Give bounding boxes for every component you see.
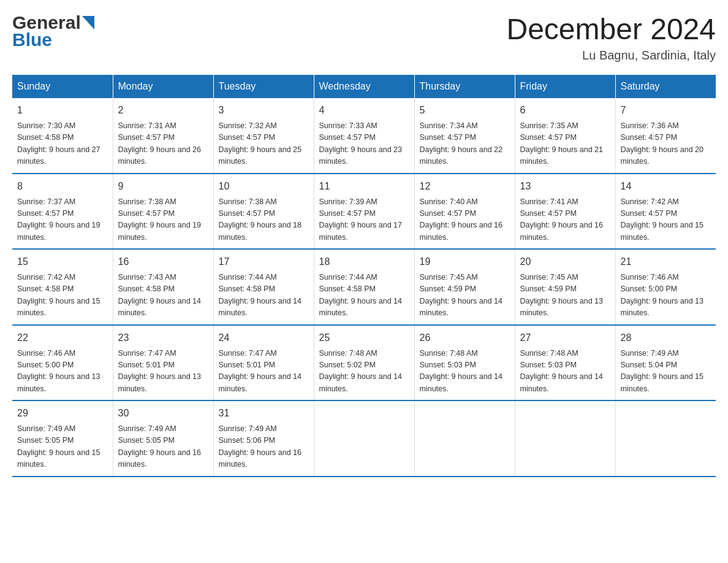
cell-info: Sunrise: 7:39 AMSunset: 4:57 PMDaylight:… (319, 196, 409, 244)
cell-info: Sunrise: 7:47 AMSunset: 5:01 PMDaylight:… (118, 348, 208, 396)
calendar-cell: 11Sunrise: 7:39 AMSunset: 4:57 PMDayligh… (314, 174, 414, 250)
calendar-cell: 16Sunrise: 7:43 AMSunset: 4:58 PMDayligh… (113, 249, 213, 325)
cell-info: Sunrise: 7:32 AMSunset: 4:57 PMDaylight:… (219, 120, 309, 168)
cell-info: Sunrise: 7:30 AMSunset: 4:58 PMDaylight:… (17, 120, 108, 168)
calendar-cell: 15Sunrise: 7:42 AMSunset: 4:58 PMDayligh… (12, 249, 113, 325)
calendar-cell: 14Sunrise: 7:42 AMSunset: 4:57 PMDayligh… (615, 174, 716, 250)
cell-info: Sunrise: 7:49 AMSunset: 5:05 PMDaylight:… (17, 423, 108, 471)
cell-info: Sunrise: 7:43 AMSunset: 4:58 PMDaylight:… (118, 272, 208, 320)
calendar-cell: 18Sunrise: 7:44 AMSunset: 4:58 PMDayligh… (314, 249, 414, 325)
day-header-saturday: Saturday (615, 75, 716, 98)
day-header-thursday: Thursday (414, 75, 515, 98)
title-section: December 2024 Lu Bagnu, Sardinia, Italy (506, 12, 716, 63)
page-header: General Blue December 2024 Lu Bagnu, Sar… (12, 12, 716, 63)
cell-info: Sunrise: 7:33 AMSunset: 4:57 PMDaylight:… (319, 120, 409, 168)
calendar-week-row: 1Sunrise: 7:30 AMSunset: 4:58 PMDaylight… (12, 98, 716, 174)
day-number: 24 (219, 331, 309, 345)
calendar-cell (615, 400, 716, 477)
day-number: 26 (420, 331, 510, 345)
calendar-cell: 2Sunrise: 7:31 AMSunset: 4:57 PMDaylight… (113, 98, 213, 174)
calendar-cell: 8Sunrise: 7:37 AMSunset: 4:57 PMDaylight… (12, 174, 113, 250)
cell-info: Sunrise: 7:41 AMSunset: 4:57 PMDaylight:… (520, 196, 610, 244)
day-number: 11 (319, 179, 409, 194)
day-number: 2 (118, 103, 208, 118)
day-number: 29 (17, 406, 108, 421)
day-number: 23 (118, 331, 208, 345)
calendar-cell: 10Sunrise: 7:38 AMSunset: 4:57 PMDayligh… (213, 174, 314, 250)
day-number: 28 (621, 331, 711, 345)
cell-info: Sunrise: 7:44 AMSunset: 4:58 PMDaylight:… (319, 272, 409, 320)
location: Lu Bagnu, Sardinia, Italy (506, 48, 716, 63)
calendar-cell (314, 400, 414, 477)
calendar-week-row: 8Sunrise: 7:37 AMSunset: 4:57 PMDaylight… (12, 174, 716, 250)
day-number: 18 (319, 255, 409, 269)
day-number: 19 (420, 255, 510, 269)
calendar-cell: 1Sunrise: 7:30 AMSunset: 4:58 PMDaylight… (12, 98, 113, 174)
svg-marker-0 (82, 16, 94, 29)
day-number: 15 (17, 255, 108, 269)
day-number: 12 (420, 179, 510, 194)
cell-info: Sunrise: 7:48 AMSunset: 5:03 PMDaylight:… (420, 348, 510, 396)
logo-triangle-icon (82, 16, 94, 29)
cell-info: Sunrise: 7:46 AMSunset: 5:00 PMDaylight:… (621, 272, 711, 320)
cell-info: Sunrise: 7:44 AMSunset: 4:58 PMDaylight:… (219, 272, 309, 320)
day-header-tuesday: Tuesday (213, 75, 314, 98)
calendar-header-row: SundayMondayTuesdayWednesdayThursdayFrid… (12, 75, 716, 98)
calendar-cell: 20Sunrise: 7:45 AMSunset: 4:59 PMDayligh… (515, 249, 615, 325)
calendar-cell: 21Sunrise: 7:46 AMSunset: 5:00 PMDayligh… (615, 249, 716, 325)
cell-info: Sunrise: 7:35 AMSunset: 4:57 PMDaylight:… (520, 120, 610, 168)
day-header-friday: Friday (515, 75, 615, 98)
day-number: 22 (17, 331, 108, 345)
calendar-cell (414, 400, 515, 477)
month-title: December 2024 (506, 12, 716, 46)
day-number: 5 (420, 103, 510, 118)
calendar-cell: 6Sunrise: 7:35 AMSunset: 4:57 PMDaylight… (515, 98, 615, 174)
cell-info: Sunrise: 7:47 AMSunset: 5:01 PMDaylight:… (219, 348, 309, 396)
day-number: 13 (520, 179, 610, 194)
day-number: 20 (520, 255, 610, 269)
cell-info: Sunrise: 7:38 AMSunset: 4:57 PMDaylight:… (219, 196, 309, 244)
day-number: 4 (319, 103, 409, 118)
cell-info: Sunrise: 7:48 AMSunset: 5:02 PMDaylight:… (319, 348, 409, 396)
day-number: 16 (118, 255, 208, 269)
calendar-cell: 13Sunrise: 7:41 AMSunset: 4:57 PMDayligh… (515, 174, 615, 250)
calendar-cell: 7Sunrise: 7:36 AMSunset: 4:57 PMDaylight… (615, 98, 716, 174)
calendar-cell: 9Sunrise: 7:38 AMSunset: 4:57 PMDaylight… (113, 174, 213, 250)
calendar-cell: 22Sunrise: 7:46 AMSunset: 5:00 PMDayligh… (12, 325, 113, 401)
day-number: 14 (621, 179, 711, 194)
cell-info: Sunrise: 7:45 AMSunset: 4:59 PMDaylight:… (420, 272, 510, 320)
calendar-cell (515, 400, 615, 477)
calendar-cell: 19Sunrise: 7:45 AMSunset: 4:59 PMDayligh… (414, 249, 515, 325)
cell-info: Sunrise: 7:46 AMSunset: 5:00 PMDaylight:… (17, 348, 108, 396)
calendar-table: SundayMondayTuesdayWednesdayThursdayFrid… (12, 75, 716, 477)
day-header-sunday: Sunday (12, 75, 113, 98)
day-number: 31 (219, 406, 309, 421)
cell-info: Sunrise: 7:49 AMSunset: 5:05 PMDaylight:… (118, 423, 208, 471)
cell-info: Sunrise: 7:49 AMSunset: 5:06 PMDaylight:… (219, 423, 309, 471)
day-header-monday: Monday (113, 75, 213, 98)
day-number: 1 (17, 103, 108, 118)
calendar-week-row: 15Sunrise: 7:42 AMSunset: 4:58 PMDayligh… (12, 249, 716, 325)
day-number: 7 (621, 103, 711, 118)
day-number: 10 (219, 179, 309, 194)
day-number: 9 (118, 179, 208, 194)
calendar-cell: 30Sunrise: 7:49 AMSunset: 5:05 PMDayligh… (113, 400, 213, 477)
calendar-cell: 17Sunrise: 7:44 AMSunset: 4:58 PMDayligh… (213, 249, 314, 325)
cell-info: Sunrise: 7:42 AMSunset: 4:58 PMDaylight:… (17, 272, 108, 320)
calendar-cell: 27Sunrise: 7:48 AMSunset: 5:03 PMDayligh… (515, 325, 615, 401)
day-number: 17 (219, 255, 309, 269)
cell-info: Sunrise: 7:49 AMSunset: 5:04 PMDaylight:… (621, 348, 711, 396)
calendar-week-row: 29Sunrise: 7:49 AMSunset: 5:05 PMDayligh… (12, 400, 716, 477)
cell-info: Sunrise: 7:38 AMSunset: 4:57 PMDaylight:… (118, 196, 208, 244)
logo-blue: Blue (12, 29, 52, 50)
day-number: 6 (520, 103, 610, 118)
cell-info: Sunrise: 7:36 AMSunset: 4:57 PMDaylight:… (621, 120, 711, 168)
day-number: 25 (319, 331, 409, 345)
calendar-cell: 5Sunrise: 7:34 AMSunset: 4:57 PMDaylight… (414, 98, 515, 174)
calendar-cell: 12Sunrise: 7:40 AMSunset: 4:57 PMDayligh… (414, 174, 515, 250)
day-header-wednesday: Wednesday (314, 75, 414, 98)
day-number: 8 (17, 179, 108, 194)
cell-info: Sunrise: 7:48 AMSunset: 5:03 PMDaylight:… (520, 348, 610, 396)
day-number: 27 (520, 331, 610, 345)
day-number: 21 (621, 255, 711, 269)
